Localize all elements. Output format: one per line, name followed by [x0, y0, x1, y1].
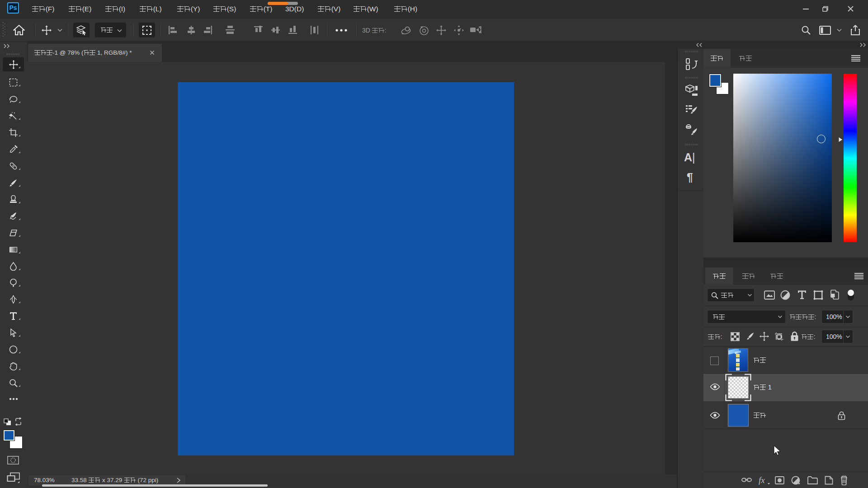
svg-text:fx: fx — [759, 476, 765, 485]
